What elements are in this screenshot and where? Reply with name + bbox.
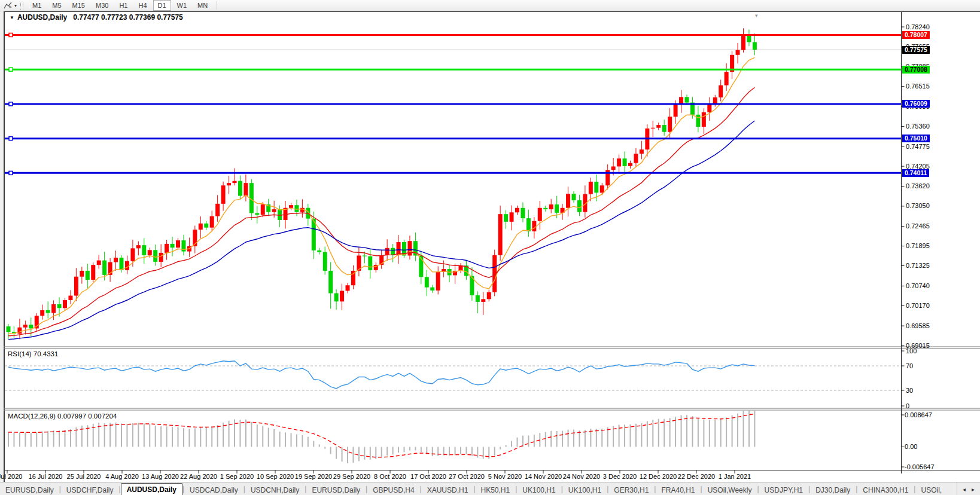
chart-title: ▼AUDUSD,Daily0.77477 0.77723 0.77369 0.7… <box>10 13 183 22</box>
candle-body <box>97 261 101 265</box>
candle-body <box>521 208 525 218</box>
rsi-pane-label: RSI(14) 70.4331 <box>8 350 58 358</box>
candle-body <box>51 304 56 313</box>
tab-eurusd-daily[interactable]: EURUSD,Daily <box>306 485 366 495</box>
chart-title-dropdown-icon[interactable]: ▼ <box>10 15 14 20</box>
timeframe-button-d1[interactable]: D1 <box>153 0 171 11</box>
moving-average-medium <box>8 87 754 335</box>
tab-eurusd-daily[interactable]: EURUSD,Daily <box>0 485 59 495</box>
candle-body <box>204 224 208 228</box>
candle-body <box>221 185 226 204</box>
level-line-handle[interactable] <box>9 68 13 71</box>
candle-body <box>233 181 237 183</box>
candle-body <box>136 245 141 248</box>
timeframe-button-mn[interactable]: MN <box>193 0 212 11</box>
candle-body <box>334 293 339 301</box>
rsi-pane[interactable] <box>5 361 901 390</box>
candle-body <box>617 158 621 166</box>
candle-body <box>696 115 700 127</box>
tab-usoil-weekly[interactable]: USOil,Weekly <box>702 485 757 495</box>
candle-body <box>7 326 11 332</box>
candle-body <box>628 163 632 166</box>
candle-body <box>487 292 491 300</box>
candle-body <box>555 204 559 213</box>
chevron-down-icon[interactable]: ▾ <box>14 3 17 8</box>
level-line-handle[interactable] <box>9 33 13 36</box>
toolbar-grip[interactable] <box>20 2 23 10</box>
tab-ger30-h1[interactable]: GER30,H1 <box>608 485 654 495</box>
candle-body <box>91 265 95 280</box>
candle-body <box>747 35 751 42</box>
tab-scroll-left-icon[interactable]: ◂ <box>960 486 969 493</box>
tab-usdcad-daily[interactable]: USDCAD,Daily <box>184 485 244 495</box>
candle-body <box>244 183 248 195</box>
candle-body <box>199 224 203 230</box>
tab-usdcnh-daily[interactable]: USDCNH,Daily <box>245 485 305 495</box>
macd-pane[interactable] <box>8 410 754 463</box>
candle-body <box>566 194 570 208</box>
candle-body <box>526 218 531 231</box>
candle-body <box>572 194 576 200</box>
level-line-handle[interactable] <box>9 102 13 106</box>
candle-body <box>685 97 689 102</box>
chart-canvas[interactable] <box>0 0 980 495</box>
timeframe-button-m1[interactable]: M1 <box>28 0 46 11</box>
tab-xauusd-h1[interactable]: XAUUSD,H1 <box>422 485 474 495</box>
candle-body <box>210 216 214 228</box>
timeframe-button-m30[interactable]: M30 <box>91 0 113 11</box>
tab-uk100-h1[interactable]: UK100,H1 <box>517 485 561 495</box>
timeframe-button-h4[interactable]: H4 <box>133 0 151 11</box>
candle-body <box>272 209 276 212</box>
candle-body <box>504 214 508 222</box>
candle-body <box>328 271 333 294</box>
level-line-handle[interactable] <box>9 137 13 140</box>
price-pane[interactable] <box>5 28 901 339</box>
candle-body <box>741 35 745 50</box>
timeframe-button-h1[interactable]: H1 <box>114 0 132 11</box>
candle-body <box>651 128 655 129</box>
candle-body <box>640 149 644 154</box>
candle-body <box>120 258 124 270</box>
candle-body <box>261 204 265 215</box>
candle-body <box>159 253 163 262</box>
tab-fra40-h1[interactable]: FRA40,H1 <box>656 485 700 495</box>
tab-usdchf-daily[interactable]: USDCHF,Daily <box>61 485 119 495</box>
candle-body <box>23 325 28 328</box>
chart-shift-marker-icon[interactable]: ▾ <box>755 13 758 19</box>
candle-body <box>623 158 627 166</box>
rsi-line <box>8 361 754 389</box>
timeframe-button-m15[interactable]: M15 <box>68 0 90 11</box>
candle-body <box>385 248 389 255</box>
tab-audusd-daily[interactable]: AUDUSD,Daily <box>121 483 182 495</box>
candle-body <box>176 240 180 248</box>
candle-body <box>634 154 638 163</box>
candle-body <box>425 277 429 287</box>
candle-body <box>656 125 661 128</box>
toolbar-separator <box>217 1 217 10</box>
candle-body <box>289 205 293 208</box>
candle-body <box>278 209 282 220</box>
chart-symbol-period: AUDUSD,Daily <box>17 13 67 22</box>
tab-dj30-daily[interactable]: DJ30,Daily <box>810 485 856 495</box>
timeframe-button-w1[interactable]: W1 <box>172 0 192 11</box>
tab-china300-h1[interactable]: CHINA300,H1 <box>857 485 914 495</box>
tab-gbpusd-h4[interactable]: GBPUSD,H4 <box>367 485 419 495</box>
candle-body <box>668 117 672 132</box>
candle-body <box>662 125 666 132</box>
candle-body <box>215 204 220 216</box>
tab-usoil[interactable]: USOil, <box>915 485 947 495</box>
candle-body <box>594 182 598 192</box>
timeframe-button-m5[interactable]: M5 <box>47 0 66 11</box>
candle-body <box>46 310 50 313</box>
candle-body <box>719 85 723 97</box>
tab-scroll-right-icon[interactable]: ▸ <box>969 486 978 493</box>
candle-body <box>368 256 372 270</box>
macd-pane-label: MACD(12,26,9) 0.007997 0.007204 <box>8 412 117 420</box>
tab-uk100-h1[interactable]: UK100,H1 <box>563 485 607 495</box>
candle-body <box>165 244 169 253</box>
candle-body <box>80 271 84 277</box>
tab-usdjpy-h1[interactable]: USDJPY,H1 <box>759 485 808 495</box>
level-line-handle[interactable] <box>9 171 13 175</box>
line-studies-icon[interactable] <box>3 1 13 10</box>
tab-hk50-h1[interactable]: HK50,H1 <box>476 485 516 495</box>
